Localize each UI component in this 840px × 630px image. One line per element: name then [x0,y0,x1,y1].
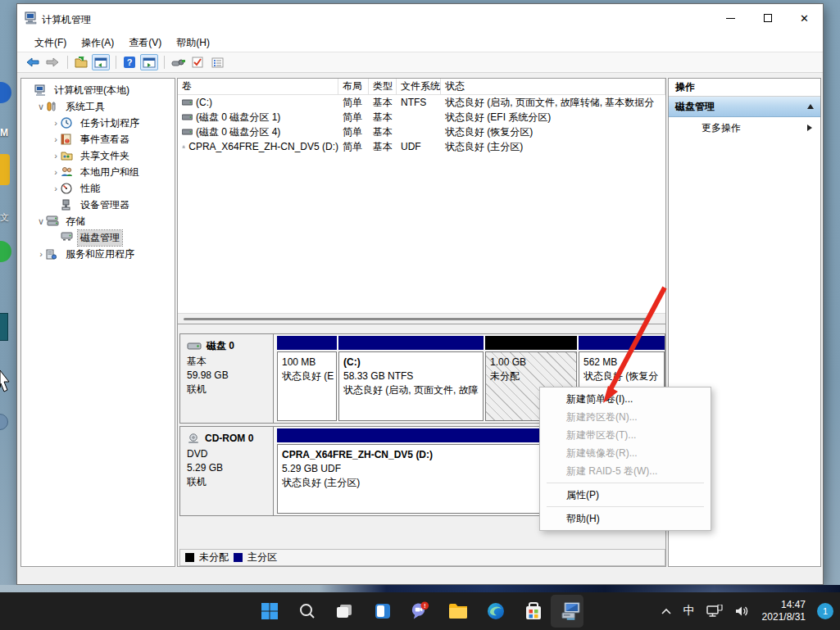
store-icon[interactable] [523,601,543,622]
close-button[interactable]: ✕ [786,4,823,32]
tree-item-label[interactable]: 服务和应用程序 [63,247,137,262]
disk-0-info[interactable]: 磁盘 0 基本 59.98 GB 联机 [180,334,274,423]
tree-item-event-viewer[interactable]: › ! 事件查看器 [21,131,175,147]
tree-item-label[interactable]: 事件查看器 [78,132,132,147]
computer-icon [34,84,48,96]
rescan-disks-icon[interactable] [169,54,187,70]
disk-type: 基本 [187,355,273,369]
menu-item-new-simple-volume[interactable]: 新建简单卷(I)... [540,390,711,408]
table-row[interactable]: (C:) 简单 基本 NTFS 状态良好 (启动, 页面文件, 故障转储, 基本… [178,95,665,110]
tree-item-label[interactable]: 本地用户和组 [78,165,142,180]
column-header-volume[interactable]: 卷 [178,79,338,94]
tree-item-label[interactable]: 设备管理器 [78,197,132,213]
desktop-icon-fragment[interactable] [0,313,8,341]
forward-arrow-icon[interactable] [43,54,61,70]
task-view-icon[interactable] [334,601,355,622]
tree-item-services-applications[interactable]: › 服务和应用程序 [21,246,175,262]
actions-section-disk-management[interactable]: 磁盘管理 [669,97,820,117]
search-icon[interactable] [297,601,317,622]
notification-badge[interactable]: 1 [817,603,833,619]
edge-icon[interactable] [485,601,506,622]
tree-item-label[interactable]: 性能 [78,181,102,197]
start-icon[interactable] [259,601,279,622]
table-row[interactable]: CPRA_X64FRE_ZH-CN_DV5 (D:) 简单 基本 UDF 状态良… [178,139,665,154]
partition-color-bar [485,336,577,350]
tree-item-task-scheduler[interactable]: › 任务计划程序 [21,115,175,131]
table-row[interactable]: (磁盘 0 磁盘分区 4) 简单 基本 状态良好 (恢复分区) [178,125,665,139]
minimize-button[interactable] [712,4,749,32]
tree-item-local-users-groups[interactable]: › 本地用户和组 [21,164,175,180]
wallpaper-strip [0,585,840,592]
export-list-icon[interactable] [72,54,90,70]
column-header-type[interactable]: 类型 [369,79,397,94]
network-icon[interactable] [706,605,723,618]
column-header-filesystem[interactable]: 文件系统 [397,79,441,94]
legend-unallocated-swatch [185,553,194,562]
column-header-status[interactable]: 状态 [441,79,665,94]
table-row[interactable]: (磁盘 0 磁盘分区 1) 简单 基本 状态良好 (EFI 系统分区) [178,110,665,125]
title-bar[interactable]: 计算机管理 ✕ [17,4,823,34]
chevron-right-icon[interactable]: › [51,134,61,144]
menu-item-properties[interactable]: 属性(P) [540,486,711,504]
more-actions-item[interactable]: 更多操作 [669,117,820,138]
tree-item-storage[interactable]: ∨ 存储 [21,213,175,229]
chevron-right-icon[interactable]: › [51,184,61,193]
tree-item-label[interactable]: 任务计划程序 [78,116,142,131]
desktop-icon-fragment[interactable] [0,154,10,185]
tree-item-performance[interactable]: › 性能 [21,180,175,197]
chevron-down-icon[interactable]: ∨ [36,216,46,227]
menu-view[interactable]: 查看(V) [121,34,169,52]
partition-c[interactable]: (C:) 58.33 GB NTFS 状态良好 (启动, 页面文件, 故障 [338,336,484,423]
partition-efi[interactable]: 100 MB 状态良好 (E [277,336,337,423]
tree-item-label[interactable]: 存储 [63,214,88,229]
desktop-icon-fragment[interactable] [0,414,8,430]
action-pane-toggle-icon[interactable] [140,54,158,70]
disk-management-icon [61,232,74,243]
menu-item-new-spanned-volume: 新建跨区卷(N)... [540,408,711,426]
maximize-button[interactable] [749,4,786,32]
tree-item-label[interactable]: 系统工具 [63,99,107,115]
scrollbar-thumb[interactable] [184,318,648,320]
desktop-icon-fragment[interactable] [0,82,11,103]
tree-item-disk-management[interactable]: 磁盘管理 [21,229,175,246]
tree-item-device-manager[interactable]: 设备管理器 [21,197,175,213]
cd-icon [187,433,200,444]
file-explorer-icon[interactable] [447,601,468,622]
ime-indicator[interactable]: 中 [683,604,695,619]
chevron-right-icon[interactable]: › [51,118,61,128]
menu-file[interactable]: 文件(F) [27,34,74,52]
chevron-right-icon[interactable]: › [51,167,61,177]
help-icon[interactable]: ? [120,54,138,70]
desktop-icon-fragment[interactable] [0,241,11,262]
taskbar-clock[interactable]: 14:47 2021/8/31 [762,599,806,623]
menu-bar: 文件(F) 操作(A) 查看(V) 帮助(H) [17,34,823,52]
chevron-right-icon[interactable]: › [36,249,46,259]
computer-management-icon[interactable] [561,601,581,622]
chevron-right-icon[interactable]: › [51,151,61,161]
chevron-up-icon[interactable] [661,608,672,614]
tree-item-label[interactable]: 计算机管理(本地) [52,83,132,98]
console-tree-toggle-icon[interactable] [92,54,110,70]
legend-primary-swatch [234,553,243,562]
menu-help[interactable]: 帮助(H) [169,34,217,52]
speaker-icon[interactable] [734,605,751,618]
column-header-layout[interactable]: 布局 [338,79,369,94]
tree-item-computer-management[interactable]: 计算机管理(本地) [21,82,175,98]
widgets-icon[interactable] [372,601,393,622]
menu-action[interactable]: 操作(A) [74,34,121,52]
collapse-icon[interactable] [807,104,814,109]
chat-icon[interactable]: ! [410,601,430,622]
cdrom-0-info[interactable]: CD-ROM 0 DVD 5.29 GB 联机 [180,427,274,515]
properties-list-icon[interactable] [208,54,226,70]
tree-item-shared-folders[interactable]: › 共享文件夹 [21,147,175,164]
menu-item-help[interactable]: 帮助(H) [540,510,711,528]
tree-item-system-tools[interactable]: ∨ 系统工具 [21,98,175,115]
chevron-down-icon[interactable]: ∨ [36,102,46,112]
svg-text:?: ? [127,57,133,67]
taskbar: ! 中 14:47 2021/8/31 1 [0,592,840,630]
back-arrow-icon[interactable] [24,54,42,70]
tree-item-label[interactable]: 共享文件夹 [78,148,132,164]
horizontal-scrollbar[interactable] [178,313,665,324]
check-disk-icon[interactable] [188,54,207,70]
tree-item-label[interactable]: 磁盘管理 [78,230,122,246]
